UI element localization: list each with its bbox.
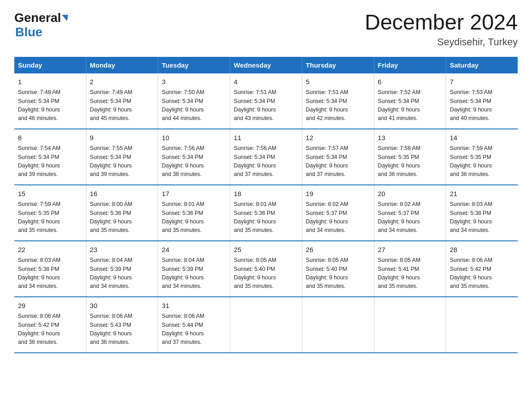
day-number: 30 — [90, 301, 154, 311]
day-number: 20 — [378, 189, 442, 199]
day-number: 27 — [378, 245, 442, 255]
calendar-table: SundayMondayTuesdayWednesdayThursdayFrid… — [14, 57, 518, 353]
column-header-sunday: Sunday — [14, 57, 86, 73]
day-info: Sunrise: 7:56 AMSunset: 5:34 PMDaylight:… — [162, 144, 226, 179]
day-number: 23 — [90, 245, 154, 255]
calendar-cell-16: 16Sunrise: 8:00 AMSunset: 5:36 PMDayligh… — [86, 185, 158, 241]
day-number: 8 — [18, 133, 82, 143]
calendar-cell-28: 28Sunrise: 8:06 AMSunset: 5:42 PMDayligh… — [446, 241, 518, 297]
day-info: Sunrise: 8:06 AMSunset: 5:42 PMDaylight:… — [450, 256, 514, 291]
column-header-friday: Friday — [374, 57, 446, 73]
calendar-cell-22: 22Sunrise: 8:03 AMSunset: 5:38 PMDayligh… — [14, 241, 86, 297]
day-info: Sunrise: 7:59 AMSunset: 5:35 PMDaylight:… — [18, 200, 82, 235]
calendar-cell-empty — [230, 297, 302, 353]
column-header-saturday: Saturday — [446, 57, 518, 73]
day-info: Sunrise: 7:57 AMSunset: 5:34 PMDaylight:… — [306, 144, 370, 179]
day-number: 2 — [90, 77, 154, 87]
calendar-subtitle: Seydisehir, Turkey — [365, 36, 518, 48]
day-number: 29 — [18, 301, 82, 311]
day-info: Sunrise: 8:00 AMSunset: 5:36 PMDaylight:… — [90, 200, 154, 235]
day-number: 6 — [378, 77, 442, 87]
day-number: 19 — [306, 189, 370, 199]
calendar-cell-18: 18Sunrise: 8:01 AMSunset: 5:36 PMDayligh… — [230, 185, 302, 241]
day-number: 16 — [90, 189, 154, 199]
day-info: Sunrise: 8:06 AMSunset: 5:42 PMDaylight:… — [18, 312, 82, 347]
column-header-tuesday: Tuesday — [158, 57, 230, 73]
calendar-cell-20: 20Sunrise: 8:02 AMSunset: 5:37 PMDayligh… — [374, 185, 446, 241]
title-block: December 2024 Seydisehir, Turkey — [365, 11, 518, 48]
calendar-cell-21: 21Sunrise: 8:03 AMSunset: 5:38 PMDayligh… — [446, 185, 518, 241]
day-number: 11 — [234, 133, 298, 143]
day-number: 28 — [450, 245, 514, 255]
calendar-cell-empty — [446, 297, 518, 353]
calendar-cell-25: 25Sunrise: 8:05 AMSunset: 5:40 PMDayligh… — [230, 241, 302, 297]
day-info: Sunrise: 8:02 AMSunset: 5:37 PMDaylight:… — [306, 200, 370, 235]
calendar-header-row: SundayMondayTuesdayWednesdayThursdayFrid… — [14, 57, 518, 73]
calendar-cell-14: 14Sunrise: 7:59 AMSunset: 5:35 PMDayligh… — [446, 129, 518, 185]
calendar-cell-4: 4Sunrise: 7:51 AMSunset: 5:34 PMDaylight… — [230, 73, 302, 129]
day-number: 7 — [450, 77, 514, 87]
logo-triangle-icon — [62, 15, 68, 21]
calendar-cell-30: 30Sunrise: 8:06 AMSunset: 5:43 PMDayligh… — [86, 297, 158, 353]
calendar-cell-10: 10Sunrise: 7:56 AMSunset: 5:34 PMDayligh… — [158, 129, 230, 185]
calendar-cell-13: 13Sunrise: 7:58 AMSunset: 5:35 PMDayligh… — [374, 129, 446, 185]
day-info: Sunrise: 7:52 AMSunset: 5:34 PMDaylight:… — [378, 88, 442, 123]
day-number: 17 — [162, 189, 226, 199]
day-number: 12 — [306, 133, 370, 143]
day-info: Sunrise: 8:04 AMSunset: 5:39 PMDaylight:… — [90, 256, 154, 291]
calendar-cell-empty — [302, 297, 374, 353]
day-number: 26 — [306, 245, 370, 255]
calendar-cell-26: 26Sunrise: 8:05 AMSunset: 5:40 PMDayligh… — [302, 241, 374, 297]
day-info: Sunrise: 8:01 AMSunset: 5:36 PMDaylight:… — [162, 200, 226, 235]
day-info: Sunrise: 8:01 AMSunset: 5:36 PMDaylight:… — [234, 200, 298, 235]
day-info: Sunrise: 8:05 AMSunset: 5:41 PMDaylight:… — [378, 256, 442, 291]
page-header: General Blue December 2024 Seydisehir, T… — [14, 11, 518, 48]
calendar-cell-8: 8Sunrise: 7:54 AMSunset: 5:34 PMDaylight… — [14, 129, 86, 185]
calendar-cell-12: 12Sunrise: 7:57 AMSunset: 5:34 PMDayligh… — [302, 129, 374, 185]
calendar-cell-6: 6Sunrise: 7:52 AMSunset: 5:34 PMDaylight… — [374, 73, 446, 129]
week-row-1: 1Sunrise: 7:48 AMSunset: 5:34 PMDaylight… — [14, 73, 518, 129]
week-row-5: 29Sunrise: 8:06 AMSunset: 5:42 PMDayligh… — [14, 297, 518, 353]
logo-general-text: General — [14, 11, 61, 25]
logo-blue-text: Blue — [15, 25, 43, 39]
day-info: Sunrise: 8:02 AMSunset: 5:37 PMDaylight:… — [378, 200, 442, 235]
day-info: Sunrise: 7:55 AMSunset: 5:34 PMDaylight:… — [90, 144, 154, 179]
calendar-cell-17: 17Sunrise: 8:01 AMSunset: 5:36 PMDayligh… — [158, 185, 230, 241]
week-row-2: 8Sunrise: 7:54 AMSunset: 5:34 PMDaylight… — [14, 129, 518, 185]
calendar-cell-7: 7Sunrise: 7:53 AMSunset: 5:34 PMDaylight… — [446, 73, 518, 129]
logo: General Blue — [14, 11, 68, 39]
day-number: 13 — [378, 133, 442, 143]
day-number: 24 — [162, 245, 226, 255]
week-row-3: 15Sunrise: 7:59 AMSunset: 5:35 PMDayligh… — [14, 185, 518, 241]
day-info: Sunrise: 8:06 AMSunset: 5:44 PMDaylight:… — [162, 312, 226, 347]
day-info: Sunrise: 7:51 AMSunset: 5:34 PMDaylight:… — [306, 88, 370, 123]
calendar-cell-9: 9Sunrise: 7:55 AMSunset: 5:34 PMDaylight… — [86, 129, 158, 185]
calendar-cell-29: 29Sunrise: 8:06 AMSunset: 5:42 PMDayligh… — [14, 297, 86, 353]
day-number: 5 — [306, 77, 370, 87]
calendar-cell-1: 1Sunrise: 7:48 AMSunset: 5:34 PMDaylight… — [14, 73, 86, 129]
day-info: Sunrise: 7:56 AMSunset: 5:34 PMDaylight:… — [234, 144, 298, 179]
day-info: Sunrise: 8:03 AMSunset: 5:38 PMDaylight:… — [450, 200, 514, 235]
day-number: 25 — [234, 245, 298, 255]
week-row-4: 22Sunrise: 8:03 AMSunset: 5:38 PMDayligh… — [14, 241, 518, 297]
day-number: 1 — [18, 77, 82, 87]
calendar-cell-24: 24Sunrise: 8:04 AMSunset: 5:39 PMDayligh… — [158, 241, 230, 297]
column-header-wednesday: Wednesday — [230, 57, 302, 73]
calendar-cell-empty — [374, 297, 446, 353]
day-info: Sunrise: 8:05 AMSunset: 5:40 PMDaylight:… — [234, 256, 298, 291]
day-number: 15 — [18, 189, 82, 199]
calendar-cell-27: 27Sunrise: 8:05 AMSunset: 5:41 PMDayligh… — [374, 241, 446, 297]
calendar-cell-31: 31Sunrise: 8:06 AMSunset: 5:44 PMDayligh… — [158, 297, 230, 353]
calendar-cell-11: 11Sunrise: 7:56 AMSunset: 5:34 PMDayligh… — [230, 129, 302, 185]
day-info: Sunrise: 8:04 AMSunset: 5:39 PMDaylight:… — [162, 256, 226, 291]
day-info: Sunrise: 7:58 AMSunset: 5:35 PMDaylight:… — [378, 144, 442, 179]
calendar-cell-19: 19Sunrise: 8:02 AMSunset: 5:37 PMDayligh… — [302, 185, 374, 241]
day-info: Sunrise: 7:49 AMSunset: 5:34 PMDaylight:… — [90, 88, 154, 123]
day-info: Sunrise: 8:06 AMSunset: 5:43 PMDaylight:… — [90, 312, 154, 347]
day-number: 10 — [162, 133, 226, 143]
column-header-thursday: Thursday — [302, 57, 374, 73]
calendar-cell-15: 15Sunrise: 7:59 AMSunset: 5:35 PMDayligh… — [14, 185, 86, 241]
calendar-title: December 2024 — [365, 11, 518, 34]
day-number: 4 — [234, 77, 298, 87]
day-number: 31 — [162, 301, 226, 311]
